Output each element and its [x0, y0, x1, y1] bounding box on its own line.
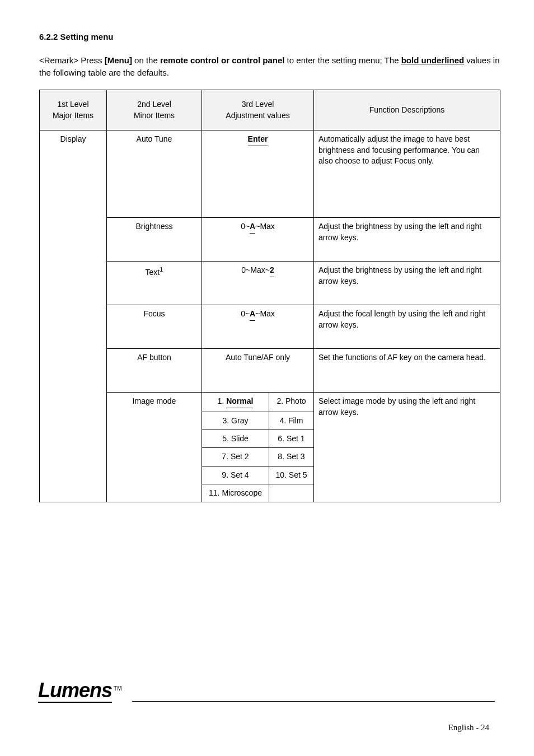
level2-cell: Auto Tune — [107, 130, 202, 218]
settings-table: 1st LevelMajor Items 2nd LevelMinor Item… — [39, 90, 500, 502]
level3-cell: Enter — [202, 130, 314, 218]
desc-cell: Select image mode by using the left and … — [314, 393, 500, 502]
header-level2: 2nd LevelMinor Items — [107, 90, 202, 130]
intro-remark: <Remark> Press [Menu] on the remote cont… — [39, 54, 500, 79]
table-row: Focus0~A~MaxAdjust the focal length by u… — [40, 305, 500, 349]
level3-cell: 0~A~Max — [202, 218, 314, 262]
level3-option: 9. Set 4 — [202, 466, 269, 484]
table-header-row: 1st LevelMajor Items 2nd LevelMinor Item… — [40, 90, 500, 130]
desc-cell: Adjust the focal length by using the lef… — [314, 305, 500, 349]
level2-cell: Brightness — [107, 218, 202, 262]
brand-logo-text: Lumens — [38, 680, 112, 703]
level2-cell: Image mode — [107, 393, 202, 502]
level3-option: 5. Slide — [202, 430, 269, 447]
intro-text: 6.2.2 Setting menu <Remark> Press [Menu]… — [39, 31, 500, 78]
level3-option — [269, 484, 314, 502]
level2-cell: Text1 — [107, 262, 202, 305]
level3-option: 7. Set 2 — [202, 448, 269, 466]
level3-option: 1. Normal — [202, 393, 269, 412]
level2-cell: AF button — [107, 349, 202, 393]
footer-rule — [132, 701, 495, 702]
level2-cell: Focus — [107, 305, 202, 349]
desc-cell: Automatically adjust the image to have b… — [314, 130, 500, 218]
desc-cell: Adjust the brightness by using the left … — [314, 218, 500, 262]
table-row: DisplayAuto TuneEnterAutomatically adjus… — [40, 130, 500, 218]
level3-option: 2. Photo — [269, 393, 314, 412]
level3-cell: 0~Max~2 — [202, 262, 314, 305]
level3-option: 3. Gray — [202, 412, 269, 430]
desc-cell: Adjust the brightness by using the left … — [314, 262, 500, 305]
table-row: Brightness0~A~MaxAdjust the brightness b… — [40, 218, 500, 262]
brand-trademark: TM — [114, 685, 121, 692]
level1-cell: Display — [40, 130, 107, 502]
level3-option: 8. Set 3 — [269, 448, 314, 466]
level3-cell: Auto Tune/AF only — [202, 349, 314, 393]
header-level1: 1st LevelMajor Items — [40, 90, 107, 130]
level3-option: 4. Film — [269, 412, 314, 430]
level3-option: 11. Microscope — [202, 484, 269, 502]
table-row: Image mode1. Normal2. PhotoSelect image … — [40, 393, 500, 412]
level3-cell: 0~A~Max — [202, 305, 314, 349]
page-number: English - 24 — [448, 723, 489, 732]
table-row: Text10~Max~2Adjust the brightness by usi… — [40, 262, 500, 305]
table-row: AF buttonAuto Tune/AF onlySet the functi… — [40, 349, 500, 393]
header-level3: 3rd LevelAdjustment values — [202, 90, 314, 130]
section-heading: 6.2.2 Setting menu — [39, 31, 500, 43]
desc-cell: Set the functions of AF key on the camer… — [314, 349, 500, 393]
level3-option: 10. Set 5 — [269, 466, 314, 484]
brand-logo: Lumens TM — [38, 680, 121, 703]
level3-option: 6. Set 1 — [269, 430, 314, 447]
header-desc: Function Descriptions — [314, 90, 500, 130]
